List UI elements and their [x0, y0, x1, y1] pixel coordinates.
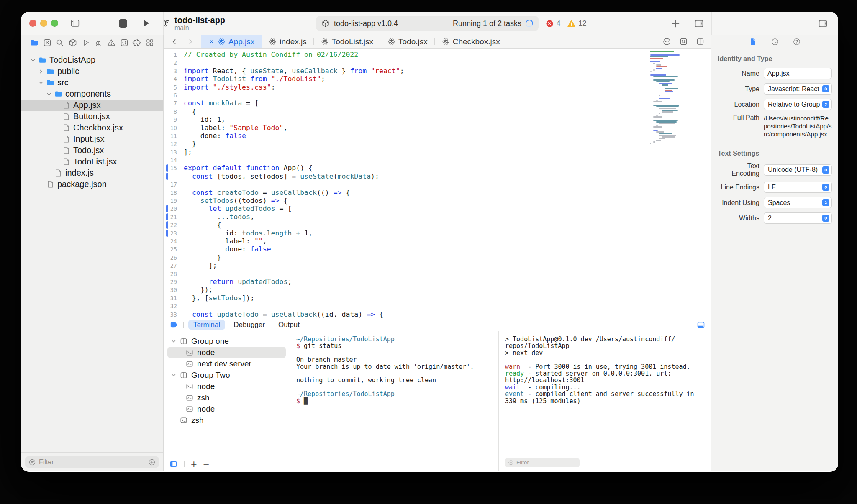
terminal-pane-dev[interactable]: > TodoListApp@0.1.0 dev /Users/austincon… [499, 331, 711, 471]
tree-item-todolistapp[interactable]: TodoListApp [21, 54, 163, 66]
widths-select[interactable]: 2 [764, 212, 832, 224]
warning-icon[interactable] [107, 38, 116, 47]
tree-item-src[interactable]: src [21, 77, 163, 88]
code-line: 20 let updatedTodos = [ [164, 205, 711, 212]
tree-item-input-jsx[interactable]: Input.jsx [21, 133, 163, 145]
tree-item-button-jsx[interactable]: Button.jsx [21, 111, 163, 122]
type-select[interactable]: Javascript: React [764, 83, 832, 95]
terminal-icon [184, 348, 195, 357]
minimap[interactable] [647, 51, 687, 318]
warning-badge[interactable]: 12 [567, 19, 586, 28]
code-line: 29 return updatedTodos; [164, 278, 711, 286]
activity-viewer[interactable]: todo-list-app v1.0.4 Running 1 of 2 task… [316, 16, 539, 31]
react-icon [269, 38, 277, 46]
tree-item-label: Checkbox.jsx [73, 123, 123, 133]
navigate-back-button[interactable] [171, 38, 178, 45]
line-number: 26 [164, 254, 184, 262]
tree-item-checkbox-jsx[interactable]: Checkbox.jsx [21, 122, 163, 133]
terminal-session-list: Group onenodenext dev serverGroup Twonod… [164, 331, 290, 471]
extension-icon[interactable] [132, 38, 141, 47]
terminal-session-group-one[interactable]: Group one [167, 335, 286, 347]
tab-app-jsx[interactable]: App.jsx [201, 35, 262, 48]
stop-task-button[interactable] [119, 19, 127, 28]
toggle-left-sidebar-button[interactable] [70, 18, 80, 28]
terminal-session-node[interactable]: node [167, 381, 286, 392]
code-line: 9 id: 1, [164, 115, 711, 123]
tree-item-todolist-jsx[interactable]: TodoList.jsx [21, 156, 163, 167]
apps-icon[interactable] [145, 38, 154, 47]
split-editor-icon[interactable] [696, 37, 705, 46]
toggle-inspector-button[interactable] [818, 18, 828, 29]
tab-index-js[interactable]: index.js [262, 35, 313, 48]
terminal-session-node[interactable]: node [167, 403, 286, 414]
terminal-tab-terminal[interactable]: Terminal [188, 320, 225, 330]
code-text: } [184, 253, 221, 261]
tree-item-public[interactable]: public [21, 66, 163, 77]
terminal-session-node[interactable]: node [167, 347, 286, 358]
navigator-filter-input[interactable]: Filter [25, 456, 159, 468]
terminal-session-next-dev-server[interactable]: next dev server [167, 358, 286, 369]
code-editor[interactable]: 1// Created by Austin Condiff on 02/16/2… [164, 49, 711, 318]
run-task-button[interactable] [141, 18, 151, 28]
folder-icon[interactable] [30, 38, 39, 47]
tab-todo-jsx[interactable]: Todo.jsx [380, 35, 435, 48]
swap-editor-icon[interactable] [679, 37, 688, 46]
braces-icon[interactable] [120, 38, 129, 47]
tab-todolist-jsx[interactable]: TodoList.jsx [314, 35, 380, 48]
play-icon[interactable] [81, 38, 90, 47]
code-text: const [todos, setTodos] = useState(mockD… [184, 172, 379, 180]
indent-select[interactable]: Spaces [764, 197, 832, 208]
terminal-session-group-two[interactable]: Group Two [167, 369, 286, 381]
session-label: node [197, 404, 215, 414]
terminal-tab-output[interactable]: Output [273, 320, 305, 330]
name-field[interactable] [764, 68, 832, 79]
error-badge[interactable]: 4 [545, 19, 560, 28]
remove-terminal-button[interactable]: − [203, 460, 210, 468]
close-window-button[interactable] [29, 20, 36, 27]
tree-item-package-json[interactable]: package.json [21, 179, 163, 190]
code-line: 6 [164, 91, 711, 99]
add-filter-icon[interactable] [148, 458, 156, 466]
more-options-icon[interactable] [662, 37, 671, 46]
hide-bottom-panel-button[interactable] [696, 320, 706, 330]
navigate-forward-button[interactable] [187, 38, 194, 45]
toggle-session-list-button[interactable] [169, 460, 178, 468]
terminal-session-zsh[interactable]: zsh [167, 414, 286, 426]
terminal-tab-debugger[interactable]: Debugger [228, 320, 270, 330]
tree-item-app-jsx[interactable]: App.jsx [21, 100, 163, 111]
add-editor-button[interactable] [670, 18, 681, 29]
tree-item-index-js[interactable]: index.js [21, 167, 163, 179]
lineendings-select[interactable]: LF [764, 182, 832, 193]
source-control-icon[interactable] [43, 38, 52, 47]
minimize-window-button[interactable] [40, 20, 47, 27]
file-icon [61, 146, 72, 155]
terminal-pane-git[interactable]: ~/Repositories/TodoListApp$ git status O… [290, 331, 499, 471]
terminal-filter-input[interactable]: Filter [505, 458, 580, 467]
history-inspector-icon[interactable] [771, 38, 779, 46]
stepper-icon [822, 215, 829, 222]
file-icon [61, 157, 72, 166]
close-tab-icon[interactable] [208, 38, 215, 45]
help-inspector-icon[interactable] [793, 38, 801, 46]
warning-icon [567, 19, 576, 28]
bug-icon[interactable] [94, 38, 103, 47]
tree-item-components[interactable]: components [21, 88, 163, 100]
panel-tag-icon[interactable] [169, 320, 179, 330]
package-icon [321, 19, 330, 28]
tab-checkbox-jsx[interactable]: Checkbox.jsx [435, 35, 507, 48]
terminal-line: $ █ [296, 398, 492, 404]
zoom-window-button[interactable] [51, 20, 58, 27]
filter-icon [28, 458, 36, 466]
error-count: 4 [557, 19, 560, 28]
encoding-select[interactable]: Unicode (UTF-8) [764, 164, 832, 176]
location-select[interactable]: Relative to Group [764, 99, 832, 110]
package-icon[interactable] [68, 38, 77, 47]
search-icon[interactable] [55, 38, 64, 47]
tree-item-label: Input.jsx [73, 134, 104, 144]
tree-item-label: TodoList.jsx [73, 157, 117, 166]
toggle-right-sidebar-button[interactable] [694, 18, 704, 29]
terminal-session-zsh[interactable]: zsh [167, 392, 286, 403]
add-terminal-button[interactable]: + [191, 460, 197, 468]
file-inspector-icon[interactable] [749, 38, 757, 46]
tree-item-todo-jsx[interactable]: Todo.jsx [21, 145, 163, 156]
